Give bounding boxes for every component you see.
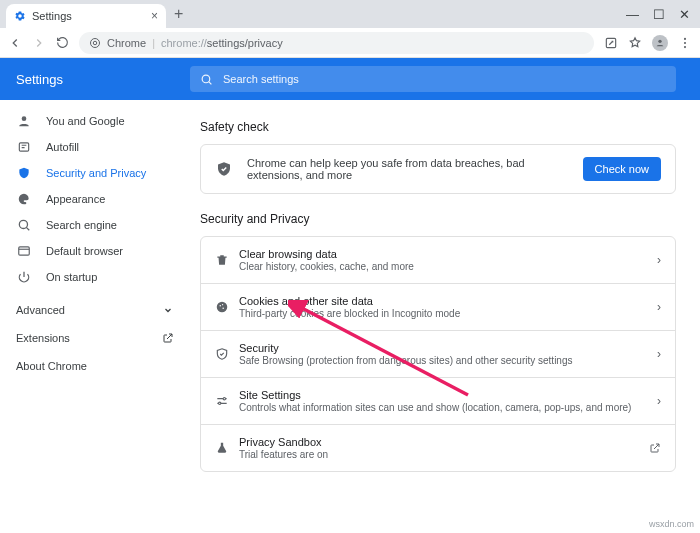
row-subtitle: Controls what information sites can use … <box>239 402 657 413</box>
about-label: About Chrome <box>16 360 87 372</box>
sidebar-item-appearance[interactable]: Appearance <box>0 186 190 212</box>
main-layout: You and Google Autofill Security and Pri… <box>0 100 700 533</box>
chevron-down-icon <box>162 304 174 316</box>
trash-icon <box>215 253 239 267</box>
sidebar-extensions[interactable]: Extensions <box>0 324 190 352</box>
row-security[interactable]: Security Safe Browsing (protection from … <box>201 331 675 378</box>
svg-point-16 <box>223 398 225 400</box>
sidebar-item-default-browser[interactable]: Default browser <box>0 238 190 264</box>
row-privacy-sandbox[interactable]: Privacy Sandbox Trial features are on <box>201 425 675 471</box>
content: Safety check Chrome can help keep you sa… <box>190 100 700 533</box>
row-cookies[interactable]: Cookies and other site data Third-party … <box>201 284 675 331</box>
browser-icon <box>16 244 32 258</box>
search-placeholder: Search settings <box>223 73 299 85</box>
sidebar-item-on-startup[interactable]: On startup <box>0 264 190 290</box>
row-title: Security <box>239 342 657 354</box>
chrome-icon <box>89 37 101 49</box>
address-bar[interactable]: Chrome | chrome://settings/privacy <box>79 32 594 54</box>
row-title: Site Settings <box>239 389 657 401</box>
address-url: chrome://settings/privacy <box>161 37 283 49</box>
svg-point-15 <box>222 304 223 305</box>
autofill-icon <box>16 140 32 154</box>
sidebar-about[interactable]: About Chrome <box>0 352 190 380</box>
maximize-button[interactable]: ☐ <box>653 7 665 22</box>
row-title: Cookies and other site data <box>239 295 657 307</box>
minimize-button[interactable]: — <box>626 7 639 22</box>
section-safety-title: Safety check <box>200 120 676 134</box>
row-subtitle: Safe Browsing (protection from dangerous… <box>239 355 657 366</box>
address-app: Chrome <box>107 37 146 49</box>
cookie-icon <box>215 300 239 314</box>
svg-point-7 <box>202 75 210 83</box>
row-site-settings[interactable]: Site Settings Controls what information … <box>201 378 675 425</box>
watermark: wsxdn.com <box>649 519 694 529</box>
svg-point-8 <box>22 116 27 121</box>
shield-check-icon <box>215 347 239 361</box>
sidebar-item-label: Search engine <box>46 219 117 231</box>
avatar[interactable] <box>652 35 668 51</box>
row-subtitle: Trial features are on <box>239 449 649 460</box>
safety-check-card: Chrome can help keep you safe from data … <box>200 144 676 194</box>
share-icon[interactable] <box>604 36 618 50</box>
chevron-right-icon: › <box>657 347 661 361</box>
sidebar-item-label: On startup <box>46 271 97 283</box>
shield-icon <box>16 166 32 180</box>
svg-point-3 <box>658 39 661 42</box>
browser-tab[interactable]: Settings × <box>6 4 166 28</box>
svg-point-17 <box>219 402 221 404</box>
sliders-icon <box>215 394 239 408</box>
page-title: Settings <box>0 72 190 87</box>
power-icon <box>16 270 32 284</box>
browser-toolbar: Chrome | chrome://settings/privacy <box>0 28 700 58</box>
chevron-right-icon: › <box>657 300 661 314</box>
sp-card-list: Clear browsing data Clear history, cooki… <box>200 236 676 472</box>
svg-point-1 <box>93 41 97 45</box>
sidebar-item-search-engine[interactable]: Search engine <box>0 212 190 238</box>
window-titlebar: Settings × + — ☐ ✕ <box>0 0 700 28</box>
sidebar-item-label: You and Google <box>46 115 125 127</box>
chevron-right-icon: › <box>657 253 661 267</box>
external-link-icon <box>649 442 661 454</box>
reload-button[interactable] <box>56 36 69 49</box>
section-sp-title: Security and Privacy <box>200 212 676 226</box>
tab-title: Settings <box>32 10 145 22</box>
forward-button[interactable] <box>32 36 46 50</box>
close-icon[interactable]: × <box>151 9 158 23</box>
check-now-button[interactable]: Check now <box>583 157 661 181</box>
new-tab-button[interactable]: + <box>166 0 191 28</box>
gear-icon <box>14 10 26 22</box>
safety-desc: Chrome can help keep you safe from data … <box>247 157 569 181</box>
sidebar-item-label: Security and Privacy <box>46 167 146 179</box>
close-button[interactable]: ✕ <box>679 7 690 22</box>
shield-icon <box>215 160 233 178</box>
sidebar: You and Google Autofill Security and Pri… <box>0 100 190 533</box>
search-icon <box>200 73 213 86</box>
flask-icon <box>215 441 239 455</box>
sidebar-item-label: Autofill <box>46 141 79 153</box>
row-clear-browsing-data[interactable]: Clear browsing data Clear history, cooki… <box>201 237 675 284</box>
menu-icon[interactable] <box>678 36 692 50</box>
back-button[interactable] <box>8 36 22 50</box>
sidebar-item-security[interactable]: Security and Privacy <box>0 160 190 186</box>
row-title: Clear browsing data <box>239 248 657 260</box>
svg-point-0 <box>91 38 100 47</box>
svg-point-10 <box>19 220 27 228</box>
sidebar-item-you-and-google[interactable]: You and Google <box>0 108 190 134</box>
palette-icon <box>16 192 32 206</box>
external-link-icon <box>162 332 174 344</box>
sidebar-advanced[interactable]: Advanced <box>0 296 190 324</box>
row-subtitle: Clear history, cookies, cache, and more <box>239 261 657 272</box>
svg-point-14 <box>222 307 224 309</box>
svg-point-13 <box>219 305 221 307</box>
bookmark-icon[interactable] <box>628 36 642 50</box>
sidebar-item-autofill[interactable]: Autofill <box>0 134 190 160</box>
search-icon <box>16 218 32 232</box>
search-input[interactable]: Search settings <box>190 66 676 92</box>
row-subtitle: Third-party cookies are blocked in Incog… <box>239 308 657 319</box>
extensions-label: Extensions <box>16 332 70 344</box>
window-controls: — ☐ ✕ <box>626 0 700 28</box>
advanced-label: Advanced <box>16 304 65 316</box>
svg-point-6 <box>684 46 686 48</box>
svg-point-5 <box>684 41 686 43</box>
sidebar-item-label: Default browser <box>46 245 123 257</box>
